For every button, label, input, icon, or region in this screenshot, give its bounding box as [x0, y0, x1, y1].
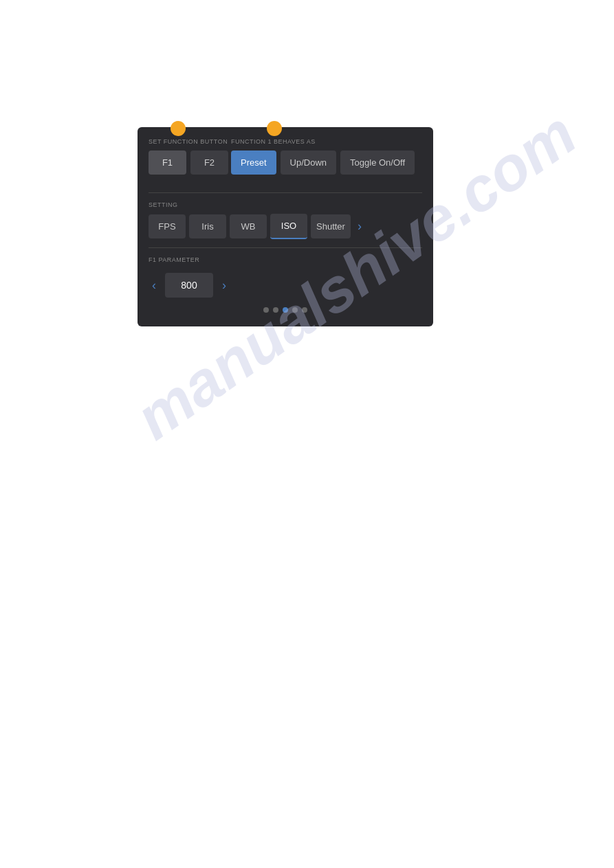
page-dot-2 — [273, 307, 278, 313]
f1-parameter-label: F1 PARAMETER — [149, 256, 422, 263]
page-dot-1 — [263, 307, 269, 313]
top-sections: SET FUNCTION BUTTON F1 F2 FUNCTION 1 BEH… — [149, 138, 422, 184]
parameter-value: 800 — [165, 273, 213, 298]
updown-button[interactable]: Up/Down — [281, 151, 336, 175]
behavior-buttons-row: Preset Up/Down Toggle On/Off — [231, 151, 422, 175]
parameter-row: ‹ 800 › — [149, 273, 422, 298]
param-prev-button[interactable]: ‹ — [149, 275, 160, 296]
shutter-button[interactable]: Shutter — [311, 214, 351, 238]
param-next-button[interactable]: › — [219, 275, 230, 296]
f2-button[interactable]: F2 — [190, 151, 228, 175]
setting-chevron-right[interactable]: › — [354, 216, 365, 237]
pagination-dots — [149, 307, 422, 313]
iso-button[interactable]: ISO — [270, 214, 307, 239]
page-dot-4 — [292, 307, 298, 313]
divider-2 — [149, 247, 422, 248]
function-behaves-label: FUNCTION 1 BEHAVES AS — [231, 138, 422, 145]
dot-indicator-1 — [171, 121, 186, 136]
ui-panel: SET FUNCTION BUTTON F1 F2 FUNCTION 1 BEH… — [138, 127, 433, 326]
f1-parameter-section: F1 PARAMETER ‹ 800 › — [149, 256, 422, 298]
page-dot-5 — [302, 307, 307, 313]
set-function-section: SET FUNCTION BUTTON F1 F2 — [149, 138, 231, 184]
wb-button[interactable]: WB — [230, 214, 267, 238]
toggleonoff-button[interactable]: Toggle On/Off — [340, 151, 415, 175]
divider-1 — [149, 192, 422, 193]
set-function-label: SET FUNCTION BUTTON — [149, 138, 231, 145]
preset-button[interactable]: Preset — [231, 151, 276, 175]
iris-button[interactable]: Iris — [189, 214, 226, 238]
setting-section: SETTING FPS Iris WB ISO Shutter › — [149, 201, 422, 239]
main-panel: SET FUNCTION BUTTON F1 F2 FUNCTION 1 BEH… — [138, 127, 433, 326]
page-dot-3-active — [283, 307, 288, 313]
setting-buttons-row: FPS Iris WB ISO Shutter › — [149, 214, 422, 239]
setting-label: SETTING — [149, 201, 422, 208]
function-buttons-row: F1 F2 — [149, 151, 231, 175]
f1-button[interactable]: F1 — [149, 151, 186, 175]
function-behaves-section: FUNCTION 1 BEHAVES AS Preset Up/Down Tog… — [231, 138, 422, 184]
fps-button[interactable]: FPS — [149, 214, 186, 238]
dot-indicator-2 — [267, 121, 282, 136]
